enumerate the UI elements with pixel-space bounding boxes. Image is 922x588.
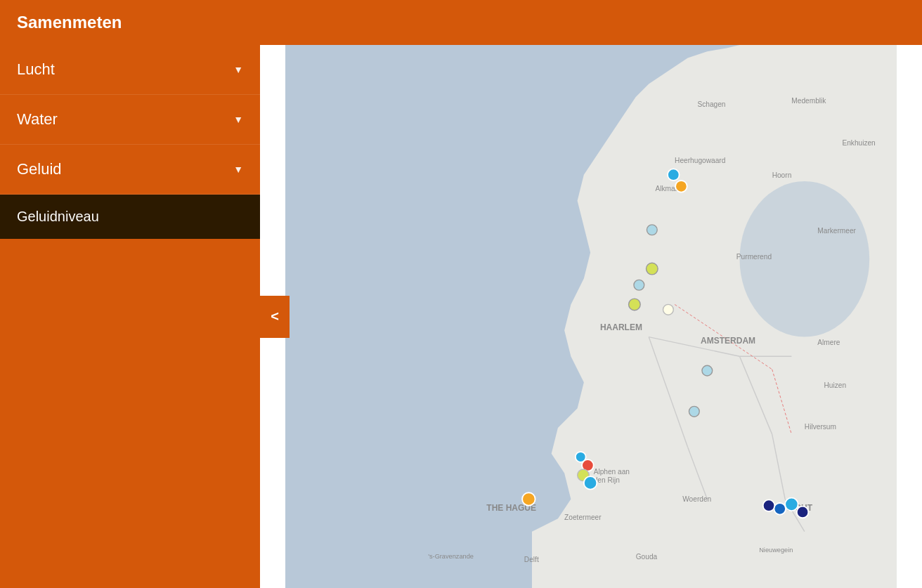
map-toggle-label: < <box>271 308 279 325</box>
chevron-down-icon-geluid: ▼ <box>233 164 243 175</box>
svg-text:Heerhugowaard: Heerhugowaard <box>675 157 725 164</box>
chevron-down-icon-lucht: ▼ <box>233 64 243 75</box>
sidebar-item-geluid-label: Geluid <box>17 160 62 178</box>
svg-point-41 <box>663 304 674 315</box>
svg-text:'s-Gravenzande: 's-Gravenzande <box>428 553 474 560</box>
sidebar-item-lucht[interactable]: Lucht ▼ <box>0 45 260 95</box>
svg-text:HAARLEM: HAARLEM <box>600 322 642 332</box>
map-toggle-button[interactable]: < <box>260 296 290 338</box>
sidebar-item-lucht-label: Lucht <box>17 60 55 79</box>
svg-text:Woerden: Woerden <box>682 495 711 503</box>
app-header: Samenmeten <box>0 0 922 45</box>
svg-point-40 <box>629 299 641 311</box>
svg-point-52 <box>797 507 809 518</box>
app-title: Samenmeten <box>17 13 122 32</box>
svg-point-47 <box>584 476 597 489</box>
svg-point-43 <box>689 406 699 417</box>
svg-point-50 <box>774 503 786 515</box>
sidebar-subitem-geluidniveau[interactable]: Geluidniveau <box>0 195 260 239</box>
sidebar: Lucht ▼ Water ▼ Geluid ▼ Geluidniveau <box>0 45 260 588</box>
svg-point-49 <box>763 499 775 511</box>
svg-point-42 <box>702 365 713 376</box>
svg-text:Purmerend: Purmerend <box>736 253 772 261</box>
svg-text:AMSTERDAM: AMSTERDAM <box>701 336 755 346</box>
svg-text:Nieuwegein: Nieuwegein <box>759 547 793 554</box>
svg-text:Hoorn: Hoorn <box>772 171 792 179</box>
svg-text:Schagen: Schagen <box>697 100 725 108</box>
svg-text:Alphen aan: Alphen aan <box>594 468 630 476</box>
map-area: < Schagen Medemblik Enkhuize <box>260 45 922 588</box>
svg-text:Gouda: Gouda <box>636 553 658 561</box>
svg-text:Enkhuizen: Enkhuizen <box>842 139 875 147</box>
svg-point-37 <box>647 225 657 235</box>
svg-point-51 <box>785 498 798 511</box>
svg-point-35 <box>668 169 680 181</box>
chevron-down-icon-water: ▼ <box>233 114 243 125</box>
svg-point-39 <box>634 280 644 290</box>
map-svg: Schagen Medemblik Enkhuizen Heerhugowaar… <box>260 45 922 588</box>
svg-text:den Rijn: den Rijn <box>594 476 620 484</box>
svg-point-48 <box>522 492 535 505</box>
svg-text:Markermeer: Markermeer <box>817 227 856 235</box>
svg-point-36 <box>675 181 687 192</box>
sidebar-subitem-geluidniveau-label: Geluidniveau <box>17 209 99 224</box>
sidebar-item-geluid[interactable]: Geluid ▼ <box>0 145 260 195</box>
svg-text:Delft: Delft <box>524 556 539 563</box>
sidebar-item-water[interactable]: Water ▼ <box>0 95 260 145</box>
main-layout: Lucht ▼ Water ▼ Geluid ▼ Geluidniveau < <box>0 45 922 588</box>
svg-point-38 <box>647 263 658 275</box>
svg-text:Almere: Almere <box>817 339 840 346</box>
svg-text:Zoetermeer: Zoetermeer <box>564 514 602 521</box>
svg-text:Medemblik: Medemblik <box>791 97 826 105</box>
svg-text:Huizen: Huizen <box>824 381 847 389</box>
sidebar-item-water-label: Water <box>17 110 58 129</box>
svg-text:Hilversum: Hilversum <box>805 423 836 431</box>
